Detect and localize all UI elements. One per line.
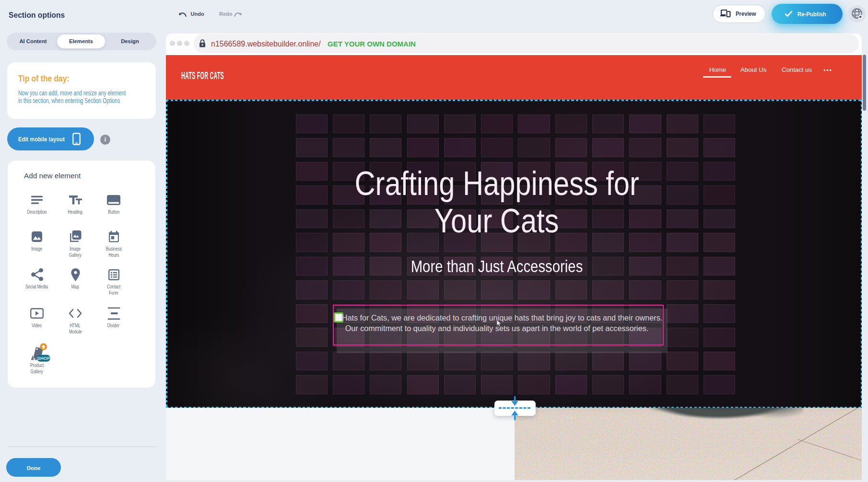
svg-text:SHOP: SHOP xyxy=(37,355,50,360)
